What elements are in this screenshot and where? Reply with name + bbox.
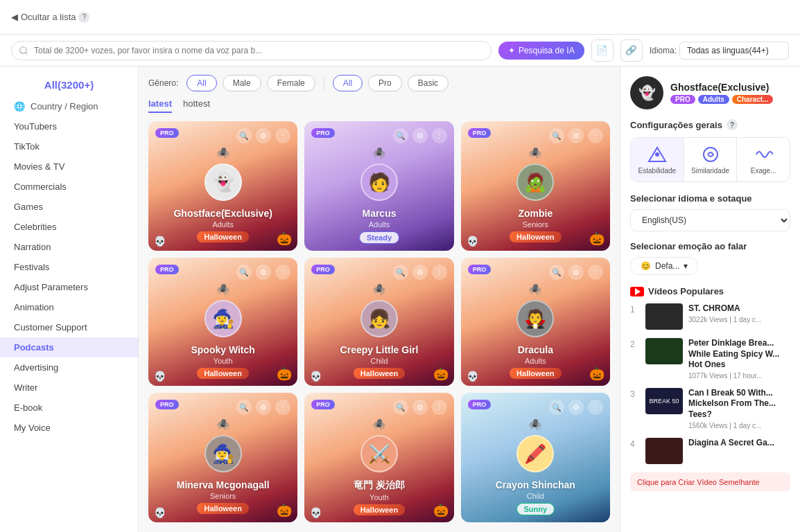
- sidebar-item-adjust-parameters[interactable]: Adjust Parameters: [0, 277, 138, 297]
- popular-item-1[interactable]: 1 ST. CHROMA 3022k Views | 1 day c...: [630, 303, 790, 330]
- sidebar-item-my-voice[interactable]: My Voice: [0, 418, 138, 438]
- search-card-icon[interactable]: 🔍: [549, 265, 564, 280]
- filter-all-type[interactable]: All: [333, 75, 363, 91]
- filter-all-gender[interactable]: All: [186, 75, 216, 91]
- pumpkin-icon: 🎃: [433, 366, 449, 382]
- sidebar-all-item[interactable]: All(3200+): [0, 73, 138, 96]
- upload-icon-btn[interactable]: 📄: [591, 39, 614, 62]
- pumpkin-icon: 🎃: [589, 366, 605, 382]
- voice-card-ghostface[interactable]: PRO 🔍 ⚙ ⋮ 🕷️ 👻 Ghostface(Exclusive) Adul…: [148, 121, 297, 251]
- card-name: Crayon Shinchan: [468, 479, 603, 490]
- voice-card-creepy-little-girl[interactable]: PRO 🔍 ⚙ ⋮ 🕷️ 👧 Creepy Little Girl Child …: [304, 258, 453, 386]
- voice-card-tanjiro[interactable]: PRO 🔍 ⚙ ⋮ 🕷️ ⚔️ 竜門 炭治郎 Youth Halloween: [304, 393, 453, 522]
- search-card-icon[interactable]: 🔍: [549, 128, 564, 143]
- settings-card-icon[interactable]: ⚙: [568, 400, 584, 415]
- sidebar-item-youtubers[interactable]: YouTubers: [0, 116, 138, 136]
- language-select[interactable]: Todas as linguas(44+): [679, 42, 789, 60]
- tab-latest[interactable]: latest: [148, 98, 172, 113]
- more-card-icon[interactable]: ⋮: [275, 400, 290, 415]
- voice-cards-grid: PRO 🔍 ⚙ ⋮ 🕷️ 👻 Ghostface(Exclusive) Adul…: [148, 121, 610, 522]
- config-exage[interactable]: Exage...: [737, 138, 790, 181]
- voice-card-spooky-witch[interactable]: PRO 🔍 ⚙ ⋮ 🕷️ 🧙‍♀️ Spooky Witch Youth Hal…: [148, 258, 297, 386]
- filter-basic[interactable]: Basic: [408, 75, 449, 91]
- search-card-icon[interactable]: 🔍: [549, 400, 564, 415]
- svg-point-2: [704, 148, 718, 161]
- sidebar-item-label: Country / Region: [31, 101, 98, 112]
- more-card-icon[interactable]: ⋮: [275, 128, 290, 143]
- filter-male[interactable]: Male: [223, 75, 261, 91]
- settings-card-icon[interactable]: ⚙: [412, 128, 428, 143]
- sidebar-item-movies-tv[interactable]: Movies & TV: [0, 157, 138, 177]
- sidebar-item-advertising[interactable]: Advertising: [0, 357, 138, 378]
- sidebar-item-commercials[interactable]: Commercials: [0, 177, 138, 197]
- config-similarity[interactable]: Similaridade: [684, 138, 738, 181]
- config-stability[interactable]: Estabilidade: [631, 138, 684, 181]
- card-sub: Adults: [155, 220, 290, 229]
- voice-card-zombie[interactable]: PRO 🔍 ⚙ ⋮ 🕷️ 🧟 Zombie Seniors Halloween: [461, 121, 610, 251]
- sidebar-item-narration[interactable]: Narration: [0, 237, 138, 257]
- voice-card-minerva[interactable]: PRO 🔍 ⚙ ⋮ 🕷️ 🧙‍♀️ Minerva Mcgonagall Sen…: [148, 393, 297, 522]
- popular-item-4[interactable]: 4 Diagina A Secret Ga...: [630, 438, 790, 464]
- voice-card-dracula[interactable]: PRO 🔍 ⚙ ⋮ 🕷️ 🧛 Dracula Adults Halloween: [461, 258, 610, 386]
- hide-list-button[interactable]: ◀ Ocultar a lista ?: [11, 12, 89, 23]
- sidebar-item-celebrities[interactable]: Celebrities: [0, 217, 138, 237]
- popular-item-3[interactable]: 3 BREAK 50 Can I Break 50 With... Mickel…: [630, 388, 790, 429]
- settings-card-icon[interactable]: ⚙: [256, 400, 271, 415]
- spider-icon: 🕷️: [468, 418, 603, 431]
- search-card-icon[interactable]: 🔍: [393, 265, 408, 280]
- svg-point-1: [655, 152, 659, 157]
- settings-card-icon[interactable]: ⚙: [568, 128, 584, 143]
- more-card-icon[interactable]: ⋮: [432, 400, 447, 415]
- voice-card-marcus[interactable]: PRO 🔍 ⚙ ⋮ 🕷️ 🧑 Marcus Adults Steady: [304, 121, 453, 251]
- more-card-icon[interactable]: ⋮: [432, 265, 447, 280]
- sidebar-item-tiktok[interactable]: TikTok: [0, 136, 138, 157]
- filter-female[interactable]: Female: [267, 75, 315, 91]
- spider-icon: 🕷️: [311, 146, 446, 159]
- popular-title: ST. CHROMA: [688, 303, 790, 314]
- filter-pro[interactable]: Pro: [368, 75, 402, 91]
- sidebar-item-label: Games: [14, 202, 43, 212]
- sidebar-item-festivals[interactable]: Festivals: [0, 257, 138, 277]
- popular-info: Peter Dinklage Brea... While Eating Spic…: [688, 338, 790, 380]
- language-section-label: Selecionar idioma e sotaque: [630, 193, 790, 204]
- popular-item-2[interactable]: 2 Peter Dinklage Brea... While Eating Sp…: [630, 338, 790, 380]
- sidebar-item-label: Advertising: [14, 362, 58, 373]
- chevron-down-icon: ▾: [684, 261, 688, 271]
- search-card-icon[interactable]: 🔍: [236, 128, 252, 143]
- settings-card-icon[interactable]: ⚙: [256, 128, 271, 143]
- sidebar-item-writer[interactable]: Writer: [0, 378, 138, 398]
- ai-search-button[interactable]: ✦ Pesquisa de IA: [498, 42, 584, 60]
- sidebar-item-e-book[interactable]: E-book: [0, 398, 138, 418]
- card-actions: 🔍 ⚙ ⋮: [393, 400, 447, 415]
- settings-card-icon[interactable]: ⚙: [568, 265, 584, 280]
- config-help-icon[interactable]: ?: [727, 119, 738, 130]
- more-card-icon[interactable]: ⋮: [588, 128, 603, 143]
- search-card-icon[interactable]: 🔍: [236, 400, 252, 415]
- more-card-icon[interactable]: ⋮: [432, 128, 447, 143]
- hide-list-label: Ocultar a lista: [21, 12, 76, 22]
- more-card-icon[interactable]: ⋮: [588, 265, 603, 280]
- skull-icon: 💀: [310, 371, 322, 382]
- sidebar-item-customer-support[interactable]: Customer Support: [0, 317, 138, 337]
- tab-hottest[interactable]: hottest: [183, 98, 210, 113]
- voice-card-crayon-shinchan[interactable]: PRO 🔍 ⚙ ⋮ 🕷️ 🖍️ Crayon Shinchan Child Su…: [461, 393, 610, 522]
- skull-icon: 💀: [310, 507, 322, 518]
- more-card-icon[interactable]: ⋮: [275, 265, 290, 280]
- settings-card-icon[interactable]: ⚙: [412, 265, 428, 280]
- more-card-icon[interactable]: ⋮: [588, 400, 603, 415]
- search-input[interactable]: [11, 41, 492, 60]
- link-icon-btn[interactable]: 🔗: [620, 39, 643, 62]
- sidebar-item-podcasts[interactable]: Podcasts: [0, 337, 138, 357]
- search-card-icon[interactable]: 🔍: [393, 128, 408, 143]
- sidebar-item-country-region[interactable]: 🌐 Country / Region: [0, 96, 138, 116]
- cta-banner[interactable]: Clique para Criar Vídeo Semelhante: [630, 472, 790, 491]
- popular-meta: 1077k Views | 17 hour...: [688, 372, 790, 380]
- search-card-icon[interactable]: 🔍: [393, 400, 408, 415]
- language-select-box[interactable]: English(US): [630, 209, 790, 231]
- sidebar-item-animation[interactable]: Animation: [0, 297, 138, 317]
- settings-card-icon[interactable]: ⚙: [412, 400, 428, 415]
- emotion-button[interactable]: 😊 Defa... ▾: [630, 257, 698, 275]
- search-card-icon[interactable]: 🔍: [236, 265, 252, 280]
- settings-card-icon[interactable]: ⚙: [256, 265, 271, 280]
- sidebar-item-games[interactable]: Games: [0, 197, 138, 217]
